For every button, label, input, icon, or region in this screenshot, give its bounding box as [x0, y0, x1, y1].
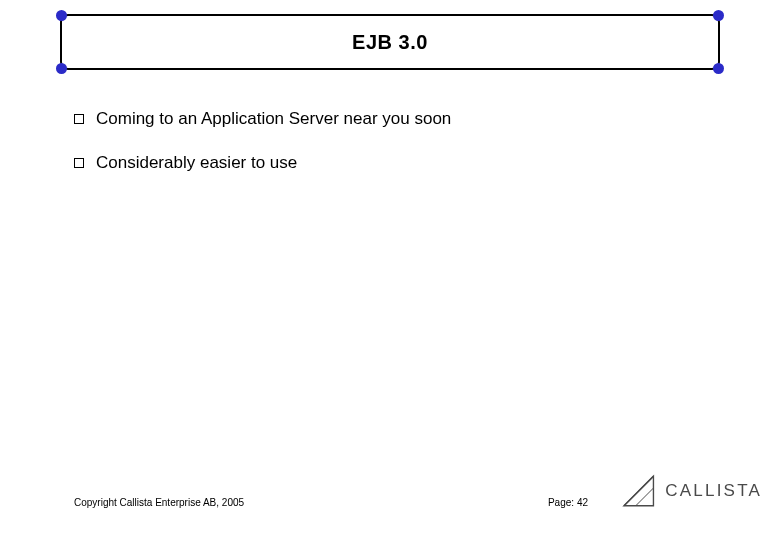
- slide: EJB 3.0 Coming to an Application Server …: [0, 0, 780, 540]
- list-item: Coming to an Application Server near you…: [74, 108, 720, 130]
- svg-line-1: [624, 476, 653, 505]
- page-indicator: Page: 42: [548, 497, 588, 508]
- bullet-text: Coming to an Application Server near you…: [96, 108, 720, 130]
- square-bullet-icon: [74, 114, 84, 124]
- bullet-list: Coming to an Application Server near you…: [74, 108, 720, 196]
- page-number: 42: [577, 497, 588, 508]
- title-frame: EJB 3.0: [60, 14, 720, 70]
- slide-title: EJB 3.0: [62, 16, 718, 68]
- square-bullet-icon: [74, 158, 84, 168]
- triangle-logo-icon: [622, 474, 659, 508]
- page-label: Page:: [548, 497, 574, 508]
- logo-text: CALLISTA: [665, 481, 762, 501]
- logo: CALLISTA: [622, 470, 762, 512]
- footer: Copyright Callista Enterprise AB, 2005 P…: [0, 476, 780, 516]
- copyright-text: Copyright Callista Enterprise AB, 2005: [74, 497, 244, 508]
- list-item: Considerably easier to use: [74, 152, 720, 174]
- bullet-text: Considerably easier to use: [96, 152, 720, 174]
